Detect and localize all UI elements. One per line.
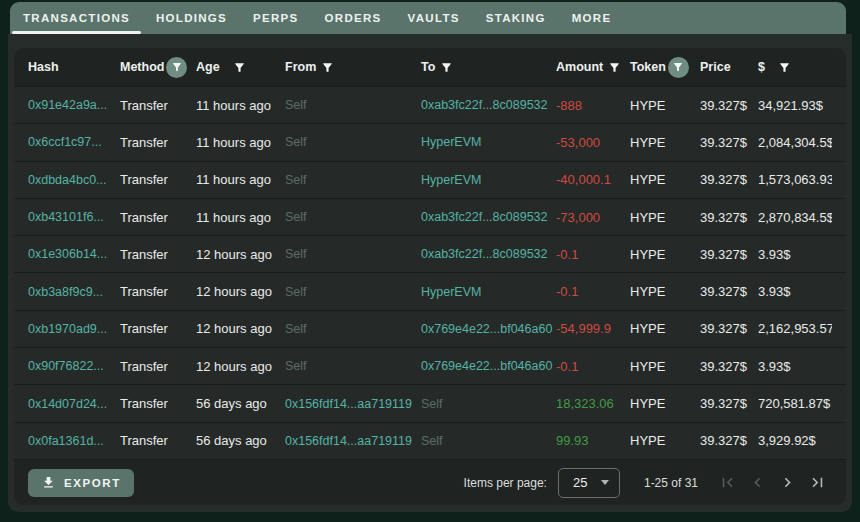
method-cell: Transfer [120, 135, 196, 150]
to-link[interactable]: HyperEVM [421, 173, 556, 187]
tab-more[interactable]: MORE [559, 2, 625, 34]
token-cell: HYPE [630, 247, 700, 262]
col-method: Method [120, 57, 196, 78]
usd-cell: 720,581.87$ [758, 396, 832, 411]
from-link[interactable]: Self [285, 173, 421, 187]
token-cell: HYPE [630, 98, 700, 113]
usd-cell: 3.93$ [758, 247, 832, 262]
last-page-button[interactable] [802, 468, 832, 498]
tab-vaults[interactable]: VAULTS [395, 2, 473, 34]
from-link[interactable]: 0x156fdf14...aa719119 [285, 434, 421, 448]
export-button[interactable]: EXPORT [28, 469, 134, 497]
hash-link[interactable]: 0xb1970ad9... [28, 322, 120, 336]
from-link[interactable]: Self [285, 98, 421, 112]
tab-label: STAKING [486, 12, 546, 24]
method-cell: Transfer [120, 321, 196, 336]
table-header: Hash Method Age From To Amount Token Pri… [14, 48, 846, 86]
page-size-select[interactable]: 25 [558, 468, 620, 498]
from-link[interactable]: Self [285, 135, 421, 149]
from-link[interactable]: Self [285, 285, 421, 299]
tab-label: PERPS [253, 12, 299, 24]
to-link[interactable]: 0xab3fc22f...8c089532 [421, 247, 556, 261]
usd-cell: 2,084,304.5$ [758, 135, 832, 150]
age-filter-icon[interactable] [233, 61, 246, 74]
age-cell: 12 hours ago [196, 247, 285, 262]
price-cell: 39.327$ [700, 284, 758, 299]
hash-link[interactable]: 0x6ccf1c97... [28, 135, 120, 149]
col-amount: Amount [556, 60, 630, 74]
col-token: Token [630, 57, 700, 78]
to-link[interactable]: 0x769e4e22...bf046a60 [421, 359, 556, 373]
age-cell: 56 days ago [196, 396, 285, 411]
age-cell: 56 days ago [196, 433, 285, 448]
to-link[interactable]: HyperEVM [421, 285, 556, 299]
col-label: Price [700, 60, 731, 74]
col-price: Price [700, 60, 758, 74]
price-cell: 39.327$ [700, 433, 758, 448]
method-cell: Transfer [120, 433, 196, 448]
from-link[interactable]: Self [285, 210, 421, 224]
hash-link[interactable]: 0x91e42a9a... [28, 98, 120, 112]
token-cell: HYPE [630, 396, 700, 411]
to-link[interactable]: 0xab3fc22f...8c089532 [421, 210, 556, 224]
token-cell: HYPE [630, 135, 700, 150]
to-link[interactable]: Self [421, 397, 556, 411]
hash-link[interactable]: 0xb3a8f9c9... [28, 285, 120, 299]
first-page-button[interactable] [712, 468, 742, 498]
hash-link[interactable]: 0x1e306b14... [28, 247, 120, 261]
tab-transactions[interactable]: TRANSACTIONS [10, 2, 143, 34]
next-page-button[interactable] [772, 468, 802, 498]
tab-orders[interactable]: ORDERS [312, 2, 395, 34]
table-row: 0x14d07d24... Transfer 56 days ago 0x156… [14, 384, 846, 421]
method-cell: Transfer [120, 359, 196, 374]
table-row: 0xdbda4bc0... Transfer 11 hours ago Self… [14, 161, 846, 198]
to-link[interactable]: HyperEVM [421, 135, 556, 149]
hash-link[interactable]: 0x90f76822... [28, 359, 120, 373]
from-filter-icon[interactable] [321, 61, 334, 74]
usd-filter-icon[interactable] [778, 61, 791, 74]
from-link[interactable]: Self [285, 247, 421, 261]
from-link[interactable]: 0x156fdf14...aa719119 [285, 397, 421, 411]
method-cell: Transfer [120, 247, 196, 262]
price-cell: 39.327$ [700, 359, 758, 374]
to-link[interactable]: 0xab3fc22f...8c089532 [421, 98, 556, 112]
tab-holdings[interactable]: HOLDINGS [143, 2, 240, 34]
items-per-page-label: Items per page: [464, 476, 547, 490]
chevron-down-icon [601, 480, 609, 485]
amount-filter-icon[interactable] [608, 61, 621, 74]
to-link[interactable]: 0x769e4e22...bf046a60 [421, 322, 556, 336]
amount-cell: 99.93 [556, 433, 630, 448]
token-cell: HYPE [630, 433, 700, 448]
usd-cell: 3.93$ [758, 284, 832, 299]
last-page-icon [808, 473, 827, 492]
chevron-left-icon [748, 473, 767, 492]
hash-link[interactable]: 0xdbda4bc0... [28, 173, 120, 187]
from-link[interactable]: Self [285, 359, 421, 373]
tab-perps[interactable]: PERPS [240, 2, 312, 34]
usd-cell: 2,162,953.57$ [758, 321, 832, 336]
token-cell: HYPE [630, 321, 700, 336]
prev-page-button[interactable] [742, 468, 772, 498]
method-filter-icon[interactable] [166, 57, 187, 78]
hash-link[interactable]: 0x14d07d24... [28, 397, 120, 411]
token-cell: HYPE [630, 284, 700, 299]
to-link[interactable]: Self [421, 434, 556, 448]
from-link[interactable]: Self [285, 322, 421, 336]
col-label: Amount [556, 60, 603, 74]
download-icon [41, 475, 56, 490]
amount-cell: -54,999.9 [556, 321, 630, 336]
token-filter-icon[interactable] [668, 57, 689, 78]
tab-label: HOLDINGS [156, 12, 227, 24]
hash-link[interactable]: 0xb43101f6... [28, 210, 120, 224]
col-label: Token [630, 60, 666, 74]
tab-label: VAULTS [408, 12, 460, 24]
tab-staking[interactable]: STAKING [473, 2, 559, 34]
token-cell: HYPE [630, 172, 700, 187]
price-cell: 39.327$ [700, 210, 758, 225]
usd-cell: 34,921.93$ [758, 98, 832, 113]
table-row: 0x90f76822... Transfer 12 hours ago Self… [14, 347, 846, 384]
age-cell: 11 hours ago [196, 135, 285, 150]
to-filter-icon[interactable] [440, 61, 453, 74]
hash-link[interactable]: 0x0fa1361d... [28, 434, 120, 448]
col-label: Method [120, 60, 164, 74]
